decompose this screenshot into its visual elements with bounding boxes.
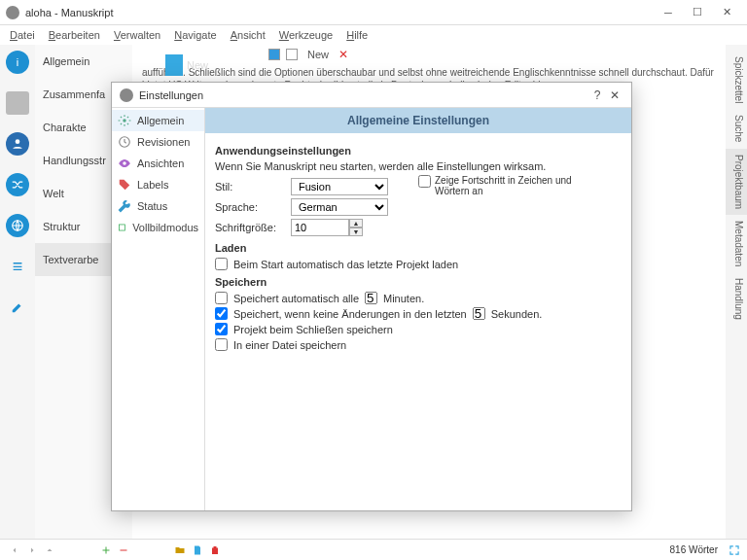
menu-ansicht[interactable]: Ansicht [225,27,271,43]
tag-icon [118,178,131,192]
dialog-header: Allgemeine Einstellungen [205,108,631,133]
save-singlefile-checkbox[interactable] [215,338,228,351]
idlesave-value[interactable] [473,307,485,320]
add-icon[interactable] [100,544,112,556]
nav-next-icon[interactable] [26,544,38,556]
clock-icon [118,135,131,149]
menu-verwalten[interactable]: Verwalten [108,27,166,43]
progress-checkbox[interactable] [418,175,431,188]
idlesave-suffix: Sekunden. [491,308,543,320]
autosave-checkbox[interactable] [215,292,228,304]
minimize-button[interactable]: ─ [654,3,683,22]
remove-icon[interactable] [118,544,129,556]
view-mode-outline-icon[interactable] [286,49,298,60]
nav-ansichten[interactable]: Ansichten [112,153,204,174]
menu-werkzeuge[interactable]: Werkzeuge [273,27,338,43]
eye-icon [118,157,131,170]
gear-icon [118,114,131,127]
fontsize-down[interactable]: ▼ [349,228,363,236]
nav-labels[interactable]: Labels [112,174,204,195]
menu-bearbeiten[interactable]: Bearbeiten [43,27,106,43]
load-last-checkbox[interactable] [215,258,228,270]
language-label: Sprache: [215,201,283,213]
restart-note: Wenn Sie Manuskript neu starten, werden … [215,160,622,172]
nav-status[interactable]: Status [112,195,204,217]
card-icon[interactable] [6,91,29,115]
menu-datei[interactable]: Datei [4,27,41,43]
close-button[interactable]: ✕ [712,3,741,22]
expand-icon [118,221,126,234]
section-load-title: Laden [215,242,622,254]
section-save-title: Speichern [215,276,622,288]
svg-rect-5 [120,225,125,230]
load-last-label: Beim Start automatisch das letzte Projek… [233,259,458,270]
info-icon[interactable]: i [6,51,29,74]
idlesave-checkbox[interactable] [215,307,228,320]
dialog-close-button[interactable]: ✕ [606,88,623,102]
delete-icon[interactable] [209,544,221,556]
right-panel-tabs: Spickzettel Suche Projektbaum Metadaten … [726,45,747,539]
progress-checkbox-row: Zeige Fortschritt in Zeichen und Wörtern… [418,175,584,196]
save-onclose-checkbox[interactable] [215,323,228,335]
style-select[interactable]: Fusion [291,178,388,195]
nav-vollbildmodus[interactable]: Vollbildmodus [112,217,204,238]
dialog-main: Allgemeine Einstellungen Anwendungseinst… [205,108,631,510]
fontsize-up[interactable]: ▲ [349,219,363,228]
svg-point-4 [123,161,126,165]
nav-prev-icon[interactable] [9,544,20,556]
menu-hilfe[interactable]: Hilfe [340,27,374,43]
dialog-help-button[interactable]: ? [588,88,606,102]
nav-allgemein[interactable]: Allgemein [112,110,204,131]
window-title: aloha - Manuskript [25,7,654,18]
tab-strip: New ✕ [132,45,726,64]
idlesave-prefix: Speichert, wenn keine Änderungen in den … [233,308,467,320]
settings-dialog: Einstellungen ? ✕ Allgemein Revisionen A… [111,82,632,511]
menu-navigate[interactable]: Navigate [168,27,222,43]
edit-icon[interactable] [6,296,29,319]
rtab-handlung[interactable]: Handlung [726,272,747,326]
save-onclose-label: Projekt beim Schließen speichern [233,324,393,335]
dialog-titlebar: Einstellungen ? ✕ [112,83,631,108]
save-singlefile-label: In einer Datei speichern [233,339,346,351]
nav-revisionen[interactable]: Revisionen [112,131,204,153]
progress-label: Zeige Fortschritt in Zeichen und Wörtern… [435,175,584,196]
globe-icon[interactable] [6,214,29,237]
shuffle-icon[interactable] [6,173,29,196]
language-select[interactable]: German [291,198,388,216]
tab-new[interactable]: New [303,49,333,60]
fontsize-input[interactable] [291,219,349,236]
dialog-nav: Allgemein Revisionen Ansichten Labels St… [112,108,205,510]
fontsize-label: Schriftgröße: [215,222,283,233]
word-count: 816 Wörter [670,544,718,555]
rtab-projektbaum[interactable]: Projektbaum [726,149,747,215]
cat-allgemein[interactable]: Allgemein [35,45,132,78]
nav-up-icon[interactable] [44,544,55,556]
wrench-icon [118,199,131,213]
fullscreen-toggle-icon[interactable] [728,543,741,557]
person-icon[interactable] [6,132,29,156]
status-bar: 816 Wörter [0,539,747,560]
file-item[interactable]: New [165,54,208,76]
dialog-icon [120,88,133,102]
maximize-button[interactable]: ☐ [683,3,712,22]
dialog-title: Einstellungen [139,89,588,101]
file-icon [165,54,183,76]
left-icon-bar: i ≡ [0,45,35,539]
view-mode-card-icon[interactable] [268,49,280,60]
tab-close-icon[interactable]: ✕ [338,48,348,61]
svg-point-0 [16,139,20,144]
style-label: Stil: [215,181,283,192]
file-label: New [187,59,208,71]
autosave-prefix: Speichert automatisch alle [233,293,359,304]
title-bar: aloha - Manuskript ─ ☐ ✕ [0,0,747,25]
rtab-suche[interactable]: Suche [726,109,747,148]
doc-add-icon[interactable] [192,544,203,556]
folder-add-icon[interactable] [174,544,186,556]
autosave-value[interactable] [365,292,377,304]
rtab-spickzettel[interactable]: Spickzettel [726,51,747,109]
autosave-suffix: Minuten. [383,293,424,304]
rtab-metadaten[interactable]: Metadaten [726,215,747,272]
section-app-title: Anwendungseinstellungen [215,145,622,157]
menu-bar: Datei Bearbeiten Verwalten Navigate Ansi… [0,25,747,45]
list-icon[interactable]: ≡ [6,255,29,278]
